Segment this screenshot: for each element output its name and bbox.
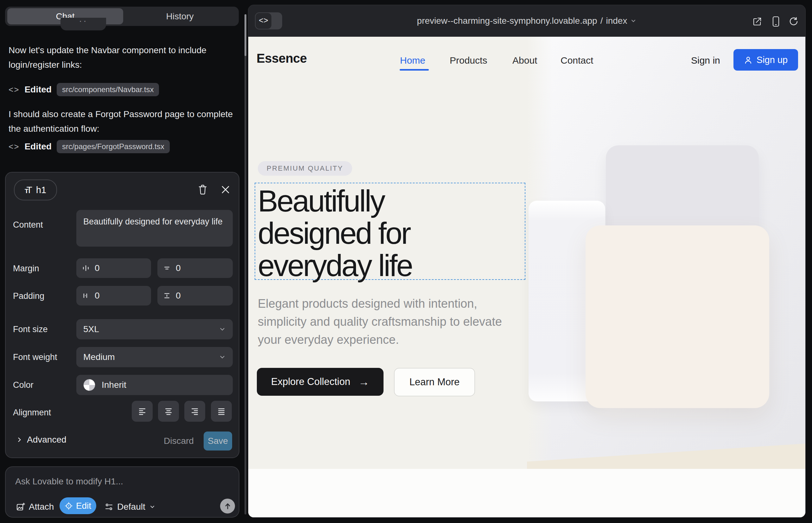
nav-link-contact[interactable]: Contact bbox=[561, 55, 593, 66]
preview-url: preview--charming-site-symphony.lovable.… bbox=[417, 16, 597, 26]
open-in-new-tab-button[interactable] bbox=[752, 16, 762, 26]
app-root: Chat History ·· Now let's update the Nav… bbox=[0, 0, 812, 523]
refresh-icon bbox=[789, 17, 798, 26]
padding-y-input[interactable]: 0 bbox=[157, 286, 233, 306]
close-editor-button[interactable] bbox=[218, 183, 232, 197]
sign-in-link[interactable]: Sign in bbox=[691, 55, 720, 66]
send-button[interactable] bbox=[220, 499, 235, 513]
chevron-right-icon bbox=[16, 437, 22, 443]
align-center-icon bbox=[164, 407, 173, 416]
nav-link-products[interactable]: Products bbox=[450, 55, 487, 66]
edited-file-row: <> Edited src/components/Navbar.tsx bbox=[8, 82, 159, 97]
selected-element-pill[interactable]: TT h1 bbox=[14, 180, 57, 200]
nav-link-home[interactable]: Home bbox=[400, 55, 425, 66]
chat-scrollbar-track[interactable] bbox=[245, 14, 246, 515]
premium-badge: PREMIUM QUALITY bbox=[258, 161, 352, 176]
chevron-down-icon bbox=[630, 18, 637, 24]
learn-more-button[interactable]: Learn More bbox=[394, 368, 475, 396]
font-weight-select[interactable]: Medium bbox=[76, 347, 233, 367]
content-label: Content bbox=[13, 220, 43, 230]
explore-collection-button[interactable]: Explore Collection → bbox=[257, 368, 384, 396]
margin-y-input[interactable]: 0 bbox=[157, 258, 233, 278]
refresh-button[interactable] bbox=[789, 16, 799, 26]
code-icon: <> bbox=[8, 142, 19, 152]
mode-select[interactable]: Default bbox=[105, 499, 156, 515]
delete-element-button[interactable] bbox=[196, 183, 210, 197]
padding-x-input[interactable]: 0 bbox=[76, 286, 151, 306]
edited-label: Edited bbox=[24, 142, 52, 152]
font-size-select[interactable]: 5XL bbox=[76, 319, 233, 339]
align-left-icon bbox=[138, 407, 147, 416]
arrow-up-icon bbox=[224, 502, 231, 510]
decor-card-beige bbox=[586, 226, 769, 408]
attach-button[interactable]: Attach bbox=[16, 499, 54, 515]
url-bar[interactable]: preview--charming-site-symphony.lovable.… bbox=[248, 5, 805, 37]
close-icon bbox=[222, 185, 230, 194]
margin-label: Margin bbox=[13, 264, 39, 273]
align-right-icon bbox=[190, 407, 199, 416]
chat-composer[interactable]: Ask Lovable to modify H1... Attach Edit bbox=[5, 466, 240, 518]
sign-up-button[interactable]: Sign up bbox=[734, 49, 798, 71]
align-justify-icon bbox=[217, 407, 226, 416]
content-input[interactable]: Beautifully designed for everyday life bbox=[76, 210, 233, 247]
nav-link-about[interactable]: About bbox=[512, 55, 537, 66]
chevron-down-icon bbox=[219, 326, 226, 333]
site-viewport: Essence Home Products About Contact Sign… bbox=[248, 37, 805, 518]
color-select[interactable]: Inherit bbox=[76, 375, 233, 395]
save-button[interactable]: Save bbox=[204, 432, 232, 451]
hero-subtext: Elegant products designed with intention… bbox=[258, 295, 514, 349]
padding-vertical-icon bbox=[163, 292, 171, 300]
edited-file-row: <> Edited src/pages/ForgotPassword.tsx bbox=[8, 139, 170, 154]
attach-image-icon bbox=[16, 502, 25, 511]
margin-vertical-icon bbox=[163, 264, 171, 272]
preview-panel: <> preview--charming-site-symphony.lovab… bbox=[248, 5, 806, 518]
external-link-icon bbox=[753, 17, 762, 26]
mobile-view-button[interactable] bbox=[771, 16, 781, 26]
align-right-button[interactable] bbox=[184, 401, 205, 422]
margin-horizontal-icon bbox=[82, 264, 90, 272]
edited-label: Edited bbox=[24, 85, 52, 95]
site-logo[interactable]: Essence bbox=[257, 51, 307, 66]
align-left-button[interactable] bbox=[132, 401, 153, 422]
hero-headline[interactable]: Beautifully designed for everyday life bbox=[258, 185, 412, 282]
headline-line: everyday life bbox=[258, 250, 412, 282]
page-name: index bbox=[606, 16, 627, 26]
alignment-label: Alignment bbox=[13, 408, 51, 418]
sliders-icon bbox=[105, 502, 113, 511]
target-icon bbox=[65, 502, 73, 510]
url-separator: / bbox=[600, 16, 603, 26]
file-path-chip[interactable]: src/pages/ForgotPassword.tsx bbox=[57, 140, 170, 153]
headline-line: Beautifully bbox=[258, 185, 412, 217]
edit-mode-button[interactable]: Edit bbox=[59, 497, 96, 514]
chat-history-tabbar: Chat History bbox=[5, 7, 239, 26]
chat-scrollbar-thumb[interactable] bbox=[245, 14, 246, 56]
headline-line: designed for bbox=[258, 217, 412, 250]
chevron-down-icon bbox=[149, 504, 156, 510]
font-weight-label: Font weight bbox=[13, 353, 57, 362]
trash-icon bbox=[198, 184, 207, 195]
color-swatch-transparent bbox=[83, 379, 95, 391]
margin-x-input[interactable]: 0 bbox=[76, 258, 151, 278]
tab-history[interactable]: History bbox=[123, 8, 236, 24]
color-label: Color bbox=[13, 380, 34, 390]
chevron-down-icon bbox=[219, 354, 226, 361]
align-justify-button[interactable] bbox=[211, 401, 232, 422]
element-tag-label: h1 bbox=[36, 185, 46, 195]
next-section-band bbox=[248, 469, 805, 518]
discard-button[interactable]: Discard bbox=[164, 436, 194, 446]
font-size-label: Font size bbox=[13, 325, 48, 334]
chat-message: I should also create a Forgot Password p… bbox=[8, 107, 235, 136]
file-path-chip[interactable]: src/components/Navbar.tsx bbox=[57, 83, 159, 96]
padding-label: Padding bbox=[13, 291, 44, 301]
composer-placeholder: Ask Lovable to modify H1... bbox=[15, 476, 123, 487]
padding-horizontal-icon bbox=[82, 292, 90, 300]
chat-message: Now let's update the Navbar component to… bbox=[8, 43, 235, 72]
smartphone-icon bbox=[772, 16, 780, 27]
advanced-toggle[interactable]: Advanced bbox=[16, 435, 67, 445]
text-type-icon: TT bbox=[25, 184, 32, 195]
scrolled-pill-partial[interactable]: ·· bbox=[60, 18, 106, 30]
user-icon bbox=[744, 56, 753, 64]
active-nav-underline bbox=[400, 69, 429, 71]
align-center-button[interactable] bbox=[158, 401, 179, 422]
arrow-right-icon: → bbox=[358, 376, 369, 388]
